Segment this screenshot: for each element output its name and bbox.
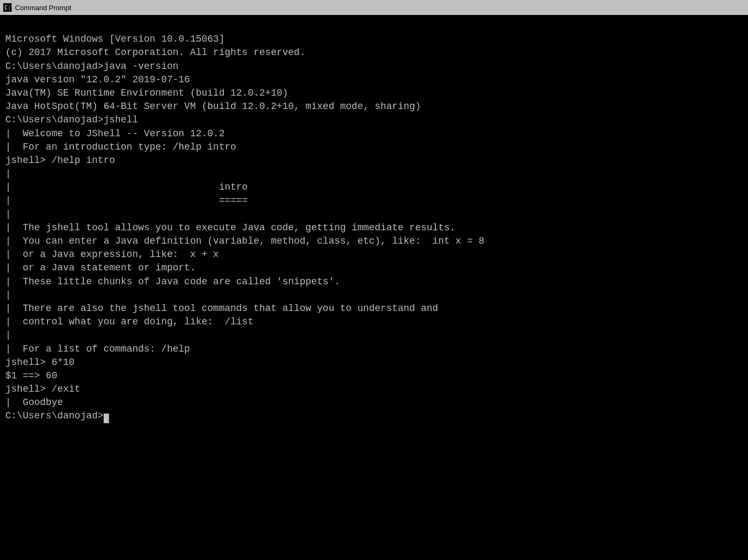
- title-bar-icon: C:\: [3, 3, 12, 12]
- terminal-line: Microsoft Windows [Version 10.0.15063]: [5, 33, 743, 46]
- terminal-line: jshell> 6*10: [5, 356, 743, 369]
- terminal-line: | or a Java expression, like: x + x: [5, 248, 743, 261]
- terminal-line: | =====: [5, 194, 743, 207]
- terminal-line: | Welcome to JShell -- Version 12.0.2: [5, 127, 743, 141]
- title-bar: C:\ Command Prompt: [0, 0, 748, 15]
- svg-text:C:\: C:\: [4, 5, 12, 11]
- terminal-line: | There are also the jshell tool command…: [5, 302, 743, 315]
- terminal-line: $1 ==> 60: [5, 369, 743, 383]
- terminal-line: | The jshell tool allows you to execute …: [5, 221, 743, 235]
- terminal-line: (c) 2017 Microsoft Corporation. All righ…: [5, 46, 743, 59]
- terminal-line: |: [5, 289, 743, 302]
- terminal-line: jshell> /exit: [5, 383, 743, 396]
- terminal-line: |: [5, 208, 743, 221]
- terminal-line: C:\Users\danojad>: [5, 409, 743, 423]
- terminal-line: | For a list of commands: /help: [5, 343, 743, 356]
- terminal-line: C:\Users\danojad>jshell: [5, 113, 743, 127]
- terminal-cursor: [104, 414, 109, 423]
- terminal-line: Java(TM) SE Runtime Environment (build 1…: [5, 87, 743, 100]
- terminal-line: | Goodbye: [5, 396, 743, 409]
- terminal-body[interactable]: Microsoft Windows [Version 10.0.15063](c…: [0, 15, 748, 560]
- terminal-line: | These little chunks of Java code are c…: [5, 275, 743, 289]
- terminal-line: | control what you are doing, like: /lis…: [5, 315, 743, 329]
- terminal-line: C:\Users\danojad>java -version: [5, 60, 743, 73]
- terminal-line: | intro: [5, 181, 743, 194]
- terminal-line: | or a Java statement or import.: [5, 261, 743, 275]
- terminal-line: java version "12.0.2" 2019-07-16: [5, 73, 743, 87]
- terminal-line: | For an introduction type: /help intro: [5, 141, 743, 154]
- terminal-line: |: [5, 329, 743, 342]
- terminal-line: |: [5, 167, 743, 181]
- terminal-line: jshell> /help intro: [5, 154, 743, 167]
- terminal-line: | You can enter a Java definition (varia…: [5, 235, 743, 248]
- title-bar-text: Command Prompt: [15, 4, 71, 12]
- terminal-line: Java HotSpot(TM) 64-Bit Server VM (build…: [5, 100, 743, 113]
